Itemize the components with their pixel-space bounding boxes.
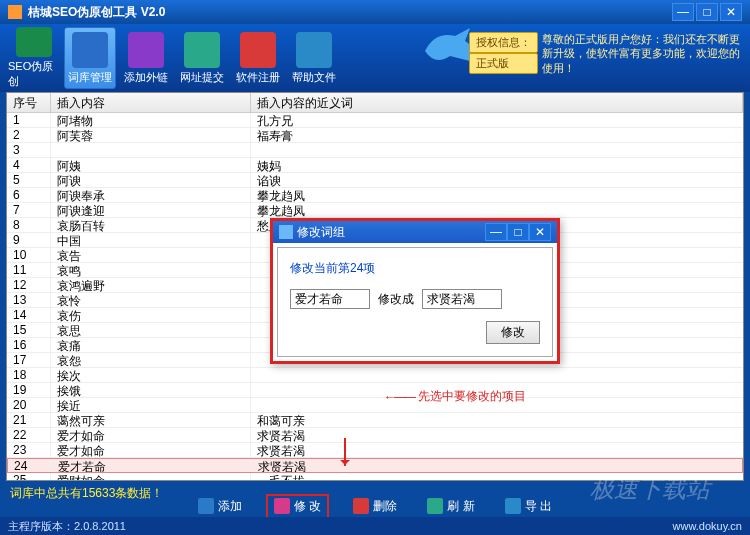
bottom-btn-2[interactable]: 删除: [347, 496, 403, 517]
tool-2[interactable]: 添加外链: [120, 27, 172, 89]
table-row[interactable]: 4阿姨姨妈: [7, 158, 743, 173]
tool-4[interactable]: 软件注册: [232, 27, 284, 89]
dialog-maximize[interactable]: □: [507, 223, 529, 241]
table-row[interactable]: 18挨次: [7, 368, 743, 383]
tool-5[interactable]: 帮助文件: [288, 27, 340, 89]
tool-label-3: 网址提交: [180, 70, 224, 85]
tool-icon-1: [72, 32, 108, 68]
main-toolbar: SEO伪原创词库管理添加外链网址提交软件注册帮助文件 授权信息： 正式版 尊敬的…: [0, 24, 750, 92]
annotation-arrow-down: [344, 438, 346, 466]
auth-message: 尊敬的正式版用户您好：我们还在不断更新升级，使软件富有更多功能，欢迎您的使用！: [542, 32, 742, 75]
app-icon: [8, 5, 22, 19]
title-text: 桔城SEO伪原创工具 V2.0: [28, 4, 672, 21]
tool-icon-5: [296, 32, 332, 68]
dialog-titlebar[interactable]: 修改词组 — □ ✕: [273, 221, 557, 243]
dialog-minimize[interactable]: —: [485, 223, 507, 241]
table-row[interactable]: 22爱才如命求贤若渴: [7, 428, 743, 443]
tool-icon-3: [184, 32, 220, 68]
btm-icon-0: [198, 498, 214, 514]
auth-label: 授权信息：: [469, 32, 538, 53]
table-row[interactable]: 23爱才如命求贤若渴: [7, 443, 743, 458]
table-row[interactable]: 2阿芙蓉福寿膏: [7, 128, 743, 143]
btm-icon-4: [505, 498, 521, 514]
statusbar: 主程序版本：2.0.8.2011 www.dokuy.cn: [0, 517, 750, 535]
edit-dialog: 修改词组 — □ ✕ 修改当前第24项 修改成 修改: [270, 218, 560, 364]
table-header: 序号 插入内容 插入内容的近义词: [7, 93, 743, 113]
tool-label-2: 添加外链: [124, 70, 168, 85]
original-input[interactable]: [290, 289, 370, 309]
btm-icon-1: [274, 498, 290, 514]
tool-0[interactable]: SEO伪原创: [8, 27, 60, 89]
table-row[interactable]: 3: [7, 143, 743, 158]
dialog-title: 修改词组: [297, 224, 485, 241]
auth-version: 正式版: [469, 53, 538, 74]
table-row[interactable]: 20挨近: [7, 398, 743, 413]
bottom-btn-4[interactable]: 导 出: [499, 496, 558, 517]
col-synonym[interactable]: 插入内容的近义词: [251, 93, 743, 112]
tool-icon-0: [16, 27, 52, 57]
close-button[interactable]: ✕: [720, 3, 742, 21]
tool-icon-4: [240, 32, 276, 68]
table-row[interactable]: 25爱财如命一毛不拔: [7, 473, 743, 480]
bottom-btn-0[interactable]: 添加: [192, 496, 248, 517]
dialog-icon: [279, 225, 293, 239]
col-content[interactable]: 插入内容: [51, 93, 251, 112]
tool-label-4: 软件注册: [236, 70, 280, 85]
table-row[interactable]: 6阿谀奉承攀龙趋凤: [7, 188, 743, 203]
bottom-toolbar: 添加修 改删除刷 新导 出: [0, 495, 750, 517]
target-input[interactable]: [422, 289, 502, 309]
table-row[interactable]: 19挨饿: [7, 383, 743, 398]
tool-3[interactable]: 网址提交: [176, 27, 228, 89]
version-text: 主程序版本：2.0.8.2011: [8, 519, 126, 534]
table-row[interactable]: 5阿谀谄谀: [7, 173, 743, 188]
modify-button[interactable]: 修改: [486, 321, 540, 344]
bottom-btn-1[interactable]: 修 改: [266, 494, 329, 519]
btm-icon-3: [427, 498, 443, 514]
table-row[interactable]: 7阿谀逢迎攀龙趋凤: [7, 203, 743, 218]
btm-icon-2: [353, 498, 369, 514]
table-row[interactable]: 24爱才若命求贤若渴: [7, 458, 743, 473]
maximize-button[interactable]: □: [696, 3, 718, 21]
col-seq[interactable]: 序号: [7, 93, 51, 112]
dialog-message: 修改当前第24项: [290, 260, 540, 277]
bottom-btn-3[interactable]: 刷 新: [421, 496, 480, 517]
modify-label: 修改成: [378, 291, 414, 308]
table-row[interactable]: 1阿堵物孔方兄: [7, 113, 743, 128]
tool-icon-2: [128, 32, 164, 68]
tool-label-5: 帮助文件: [292, 70, 336, 85]
table-row[interactable]: 21蔼然可亲和蔼可亲: [7, 413, 743, 428]
tool-1[interactable]: 词库管理: [64, 27, 116, 89]
auth-info: 授权信息： 正式版 尊敬的正式版用户您好：我们还在不断更新升级，使软件富有更多功…: [469, 32, 742, 75]
url-text: www.dokuy.cn: [673, 520, 743, 532]
titlebar: 桔城SEO伪原创工具 V2.0 — □ ✕: [0, 0, 750, 24]
tool-label-1: 词库管理: [68, 70, 112, 85]
dialog-close[interactable]: ✕: [529, 223, 551, 241]
annotation-select-first: 先选中要修改的项目: [384, 388, 526, 405]
minimize-button[interactable]: —: [672, 3, 694, 21]
tool-label-0: SEO伪原创: [8, 59, 60, 89]
